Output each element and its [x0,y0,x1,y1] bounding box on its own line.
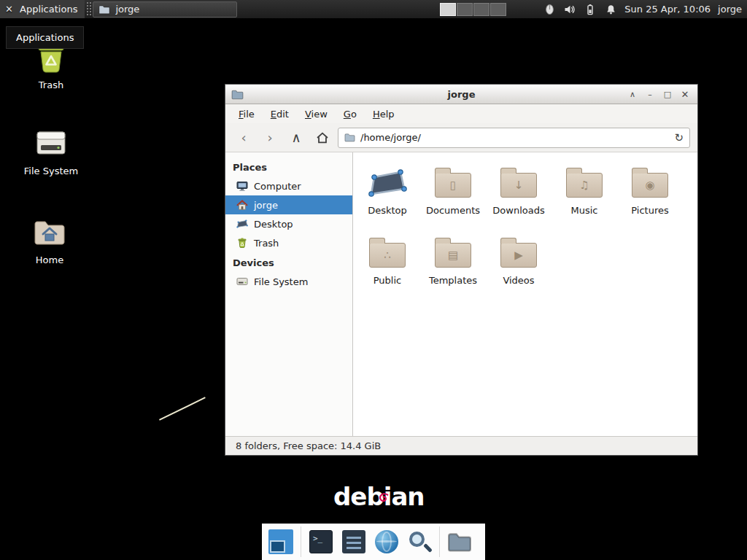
applications-tooltip: Applications [6,26,84,49]
music-emblem: ♫ [567,174,602,197]
show-desktop-button[interactable] [268,529,294,555]
status-text: 8 folders, Free space: 14.4 GiB [236,440,381,451]
desktop-icon-file-system[interactable]: File System [16,125,86,176]
sidebar-item-label: File System [254,276,308,287]
home-button[interactable] [311,128,333,147]
applications-menu-button[interactable]: ✕ Applications [0,0,85,18]
debian-swirl-icon [379,481,389,508]
public-emblem: ∴ [370,244,405,267]
sidebar: Places Computer jorge Desktop Trash [225,152,353,436]
drive-icon [236,276,248,287]
window-controls: ∧ – □ ✕ [625,88,697,101]
workspace-cell[interactable] [473,3,489,16]
file-item-pictures[interactable]: ◉ Pictures [617,163,683,233]
desktop-icon-home[interactable]: Home [15,214,85,265]
menu-edit[interactable]: Edit [263,106,296,122]
file-item-public[interactable]: ∴ Public [355,233,420,303]
dock: >_ [262,524,485,560]
panel-right-area: Sun 25 Apr, 10:06 jorge [440,3,747,16]
workspace-cell[interactable] [490,3,506,16]
window-folder-icon [231,88,244,101]
file-label: Music [571,205,598,216]
file-item-desktop[interactable]: Desktop [355,163,420,233]
minimize-button[interactable]: – [643,88,657,101]
menu-help[interactable]: Help [365,106,402,122]
forward-button[interactable]: › [259,128,281,147]
file-label: Documents [426,205,480,216]
file-item-downloads[interactable]: ↓ Downloads [486,163,551,233]
desktop-pad-icon [236,219,248,228]
close-button[interactable]: ✕ [678,88,692,101]
computer-icon [236,180,248,192]
menu-file[interactable]: File [231,106,262,122]
sidebar-item-file-system[interactable]: File System [225,272,352,291]
shade-button[interactable]: ∧ [625,88,640,101]
volume-icon[interactable] [563,3,576,16]
terminal-launcher[interactable]: >_ [308,529,334,555]
file-item-templates[interactable]: ▤ Templates [420,233,486,303]
file-manager-launcher[interactable] [446,529,473,555]
file-label: Videos [503,275,534,286]
path-input[interactable]: /home/jorge/ ↻ [338,128,690,148]
menu-go[interactable]: Go [336,106,364,122]
folder-icon [344,132,355,143]
folder-icon: ▯ [435,173,471,198]
app-finder-launcher[interactable] [406,529,433,555]
downloads-emblem: ↓ [501,174,536,197]
panel-separator-handle [86,1,91,17]
desktop-artifact-line [159,397,206,420]
sidebar-item-label: Desktop [254,219,293,230]
taskbar-window-label: jorge [115,4,139,15]
desktop-icon-label: Trash [39,79,63,90]
workspace-cell[interactable] [457,3,473,16]
devices-header: Devices [225,252,352,272]
drive-icon [34,125,69,160]
notifications-bell-icon[interactable] [604,3,617,16]
sidebar-item-label: Computer [254,181,301,192]
file-manager-window: jorge ∧ – □ ✕ File Edit View Go Help ‹ ›… [225,84,698,456]
folder-icon: ↓ [500,173,537,198]
home-folder-icon [32,214,67,249]
file-view[interactable]: Desktop ▯ Documents ↓ Downloads [353,152,697,436]
places-header: Places [225,157,352,176]
menu-view[interactable]: View [298,106,335,122]
file-item-documents[interactable]: ▯ Documents [420,163,486,233]
up-button[interactable]: ∧ [285,128,307,147]
globe-icon [375,530,398,553]
pictures-emblem: ◉ [632,174,667,197]
sidebar-item-label: Trash [254,238,279,249]
panel-username[interactable]: jorge [718,4,742,15]
sidebar-item-trash[interactable]: Trash [225,233,352,252]
file-item-music[interactable]: ♫ Music [551,163,617,233]
file-label: Downloads [492,205,544,216]
applications-label: Applications [20,4,77,15]
desktop-pad-icon [368,169,407,197]
terminal-settings-launcher[interactable] [341,529,367,555]
file-label: Desktop [368,205,407,216]
window-titlebar[interactable]: jorge ∧ – □ ✕ [225,85,697,104]
sidebar-item-desktop[interactable]: Desktop [225,214,352,233]
folder-icon: ▶ [500,243,537,268]
folder-icon: ♫ [566,173,603,198]
web-browser-launcher[interactable] [374,529,400,555]
sidebar-item-label: jorge [254,200,278,211]
taskbar-window-button[interactable]: jorge [93,1,237,18]
power-manager-icon[interactable] [584,3,597,16]
back-button[interactable]: ‹ [233,128,255,147]
clock[interactable]: Sun 25 Apr, 10:06 [624,4,711,15]
folder-icon [447,529,472,554]
folder-icon: ▤ [435,243,471,268]
documents-emblem: ▯ [436,174,471,197]
sidebar-item-jorge[interactable]: jorge [225,195,352,214]
workspace-switcher[interactable] [440,3,506,16]
reload-button[interactable]: ↻ [674,131,684,144]
maximize-button[interactable]: □ [660,88,675,101]
sidebar-item-computer[interactable]: Computer [225,176,352,195]
file-item-videos[interactable]: ▶ Videos [486,233,551,303]
home-icon [236,199,248,211]
desktop: ✕ Applications jorge [0,0,747,560]
applications-icon: ✕ [3,3,15,15]
mouse-settings-icon[interactable] [543,3,556,16]
workspace-cell[interactable] [440,3,456,16]
desktop-icon-label: Home [36,254,63,265]
